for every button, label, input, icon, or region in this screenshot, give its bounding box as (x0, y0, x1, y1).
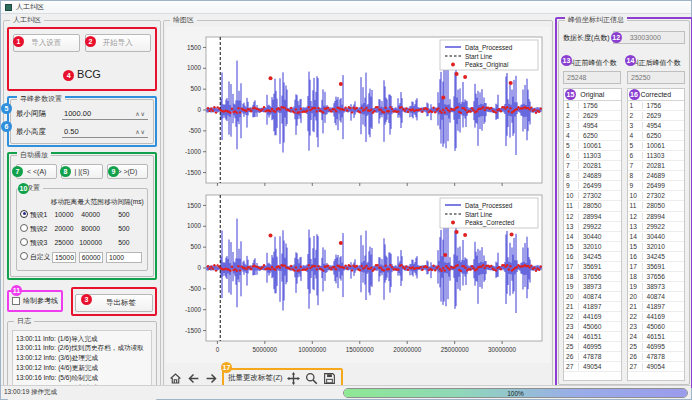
preset-interval[interactable]: 1000 (104, 250, 144, 265)
table-row[interactable]: 34954 (628, 121, 685, 131)
window-title: 人工纠区 (16, 2, 44, 12)
table-row[interactable]: 11756 (564, 101, 621, 111)
table-row[interactable]: 2345060 (564, 322, 621, 332)
after-count-field[interactable]: 25250 (627, 71, 685, 84)
table-row[interactable]: 2244169 (564, 312, 621, 322)
before-count-field[interactable]: 25248 (563, 71, 621, 84)
table-row[interactable]: 2647878 (628, 352, 685, 362)
corrected-table-body[interactable]: 1175622629349544625051006161130372028182… (628, 101, 685, 372)
table-row[interactable]: 1430440 (628, 232, 685, 242)
table-row[interactable]: 2446151 (628, 332, 685, 342)
forward-icon[interactable] (204, 371, 219, 386)
table-row[interactable]: 1532010 (564, 242, 621, 252)
table-row[interactable]: 2446151 (564, 332, 621, 342)
table-row[interactable]: 1228994 (564, 212, 621, 222)
table-row[interactable]: 824689 (564, 171, 621, 181)
table-row[interactable]: 1837656 (564, 272, 621, 282)
preset-radio[interactable] (20, 224, 28, 232)
main-area: 人工纠区 1 2 导入设置 开始导入 4BCG 5 6 (1, 14, 691, 387)
table-row[interactable]: 11756 (628, 101, 685, 111)
signal-charts[interactable]: -1500-1000-500050010001500Data_Processed… (166, 27, 550, 363)
table-row[interactable]: 1329922 (564, 222, 621, 232)
table-row[interactable]: 720281 (564, 161, 621, 171)
save-icon[interactable] (322, 371, 337, 386)
preset-move[interactable]: 15000 (51, 250, 78, 265)
table-row[interactable]: 1329922 (628, 222, 685, 232)
table-row[interactable]: 1228994 (628, 212, 685, 222)
table-row[interactable]: 1128050 (564, 201, 621, 211)
table-row[interactable]: 1837656 (628, 272, 685, 282)
table-row[interactable]: 2141897 (628, 302, 685, 312)
table-row[interactable]: 926499 (564, 181, 621, 191)
signal-type-label: BCG (77, 68, 101, 80)
table-row[interactable]: 1735691 (564, 262, 621, 272)
min-height-spinbox[interactable]: 0.50 (62, 126, 148, 138)
table-row[interactable]: 2749054 (628, 362, 685, 372)
table-row[interactable]: 46250 (564, 131, 621, 141)
table-row[interactable]: 2647878 (564, 352, 621, 362)
table-row[interactable]: 1430440 (564, 232, 621, 242)
home-icon[interactable] (168, 371, 183, 386)
preset-radio[interactable] (20, 252, 28, 260)
import-area: 1 2 导入设置 开始导入 4BCG (7, 27, 157, 91)
table-row[interactable]: 1128050 (628, 201, 685, 211)
table-row[interactable]: 2749054 (564, 362, 621, 372)
table-row[interactable]: 824689 (628, 171, 685, 181)
preset-custom-input[interactable]: 15000 (52, 252, 76, 263)
som-mark-17: 17 (221, 362, 232, 373)
original-table-body[interactable]: 1175622629349544625051006161130372028182… (564, 101, 621, 372)
original-peaks-table[interactable]: 15 Original 1175622629349544625051006161… (563, 88, 622, 381)
table-row[interactable]: 510061 (628, 141, 685, 151)
row-number: 23 (564, 323, 579, 330)
table-row[interactable]: 46250 (628, 131, 685, 141)
table-row[interactable]: 2546995 (628, 342, 685, 352)
spinner-arrows-icon[interactable] (135, 110, 146, 117)
table-row[interactable]: 2244169 (628, 312, 685, 322)
table-row[interactable]: 1027302 (564, 191, 621, 201)
corrected-peaks-table[interactable]: 16 Corrected 117562262934954462505100616… (627, 88, 686, 381)
table-row[interactable]: 2546995 (564, 342, 621, 352)
spinner-arrows-icon[interactable] (135, 128, 146, 135)
table-row[interactable]: 1532010 (628, 242, 685, 252)
table-row[interactable]: 1735691 (628, 262, 685, 272)
preset-range[interactable]: 60000 (77, 250, 104, 265)
table-row[interactable]: 611303 (628, 151, 685, 161)
table-row[interactable]: 1938973 (564, 282, 621, 292)
table-row[interactable]: 34954 (564, 121, 621, 131)
table-row[interactable]: 2345060 (628, 322, 685, 332)
table-row[interactable]: 611303 (564, 151, 621, 161)
table-row[interactable]: 1938973 (628, 282, 685, 292)
peak-value: 6250 (643, 132, 685, 139)
peak-value: 1756 (579, 102, 621, 109)
preset-row: 自定义15000600001000 (20, 250, 144, 265)
preset-radio[interactable] (20, 210, 28, 218)
peak-value: 28050 (579, 202, 621, 209)
peak-value: 34245 (643, 253, 685, 260)
min-interval-value: 1000.00 (64, 109, 135, 118)
data-length-field[interactable]: 12 33003000 (613, 31, 685, 44)
table-row[interactable]: 22629 (628, 111, 685, 121)
draw-reference-checkbox[interactable] (12, 297, 20, 305)
svg-text:-1000: -1000 (185, 148, 202, 155)
batch-edit-labels-button[interactable]: 批量更改标签(Z) (228, 373, 283, 383)
table-row[interactable]: 2040874 (564, 292, 621, 302)
preset-custom-input[interactable]: 1000 (106, 252, 142, 263)
table-row[interactable]: 510061 (564, 141, 621, 151)
row-number: 16 (564, 253, 579, 260)
table-row[interactable]: 2141897 (564, 302, 621, 312)
row-number: 13 (628, 223, 643, 230)
table-row[interactable]: 926499 (628, 181, 685, 191)
back-icon[interactable] (186, 371, 201, 386)
table-row[interactable]: 1027302 (628, 191, 685, 201)
table-row[interactable]: 2040874 (628, 292, 685, 302)
zoom-icon[interactable] (304, 371, 319, 386)
table-row[interactable]: 720281 (628, 161, 685, 171)
row-number: 3 (564, 122, 579, 129)
table-row[interactable]: 22629 (564, 111, 621, 121)
min-interval-spinbox[interactable]: 1000.00 (62, 108, 148, 120)
pan-icon[interactable] (286, 371, 301, 386)
table-row[interactable]: 1634245 (628, 252, 685, 262)
preset-radio[interactable] (20, 238, 28, 246)
table-row[interactable]: 1634245 (564, 252, 621, 262)
preset-custom-input[interactable]: 60000 (79, 252, 103, 263)
